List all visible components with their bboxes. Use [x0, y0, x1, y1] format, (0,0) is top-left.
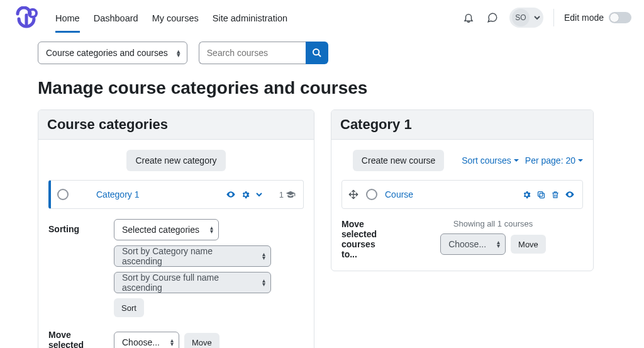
main-nav: Home Dashboard My courses Site administr… — [55, 2, 287, 33]
move-courses-select[interactable]: Choose... ▴▾ — [440, 233, 506, 255]
svg-point-1 — [313, 49, 319, 55]
category-name-link[interactable]: Category 1 — [96, 189, 139, 199]
view-mode-select[interactable]: Course categories and courses ▴▾ — [38, 42, 187, 64]
user-initials: SO — [512, 9, 530, 26]
courses-heading: Category 1 — [331, 110, 593, 140]
move-categories-label: Move selected categories to — [48, 325, 105, 348]
gear-icon[interactable] — [522, 190, 531, 199]
topbar-right: SO Edit mode — [462, 8, 631, 28]
site-logo[interactable] — [13, 6, 40, 29]
move-categories-button[interactable]: Move — [184, 333, 219, 348]
sort-category-select[interactable]: Sort by Category name ascending ▴▾ — [114, 245, 271, 267]
sort-scope-select[interactable]: Selected categories ▴▾ — [114, 219, 219, 240]
move-courses-label: Move selected courses to... — [341, 219, 392, 259]
sort-scope-value: Selected categories — [122, 225, 199, 235]
chevron-down-icon[interactable] — [255, 191, 263, 198]
category-select-radio[interactable] — [57, 189, 69, 200]
svg-point-0 — [29, 9, 36, 17]
categories-body: Create new category Category 1 1 — [38, 140, 314, 348]
categories-heading: Course categories — [38, 110, 314, 140]
search-icon — [312, 48, 322, 58]
nav-home[interactable]: Home — [55, 2, 80, 33]
course-select-radio[interactable] — [366, 189, 377, 200]
sort-course-select[interactable]: Sort by Course full name ascending ▴▾ — [114, 272, 271, 293]
trash-icon[interactable] — [551, 190, 560, 199]
topbar: Home Dashboard My courses Site administr… — [0, 0, 644, 35]
svg-rect-3 — [538, 191, 543, 196]
courses-meta-row: Move selected courses to... Showing all … — [341, 219, 583, 259]
sorting-row: Sorting Selected categories ▴▾ Sort by C… — [48, 219, 304, 317]
user-menu[interactable]: SO — [509, 8, 543, 28]
search-courses — [199, 42, 328, 64]
chevron-down-icon — [533, 14, 541, 21]
sort-arrows-icon: ▴▾ — [170, 339, 174, 346]
page-title: Manage course categories and courses — [38, 78, 606, 98]
sort-course-value: Sort by Course full name ascending — [122, 272, 252, 293]
courses-panel: Category 1 Create new course Sort course… — [331, 109, 594, 271]
showing-count: Showing all 1 courses — [453, 219, 533, 228]
course-name-link[interactable]: Course — [385, 189, 413, 199]
per-page-link[interactable]: Per page: 20 — [525, 155, 583, 166]
sort-category-value: Sort by Category name ascending — [122, 246, 252, 266]
move-categories-row: Move selected categories to Choose... ▴▾… — [48, 325, 304, 348]
edit-mode-toggle[interactable] — [609, 12, 631, 23]
move-courses-value: Choose... — [448, 239, 486, 249]
create-course-button[interactable]: Create new course — [353, 150, 445, 171]
bell-icon[interactable] — [462, 11, 475, 25]
sort-arrows-icon: ▴▾ — [262, 252, 265, 260]
courses-top-row: Create new course Sort courses Per page:… — [341, 150, 583, 171]
eye-icon[interactable] — [565, 189, 575, 199]
categories-panel: Course categories Create new category Ca… — [38, 109, 314, 348]
course-row[interactable]: Course — [341, 180, 583, 209]
sort-arrows-icon: ▴▾ — [177, 49, 180, 57]
nav-siteadmin[interactable]: Site administration — [213, 2, 287, 33]
search-button[interactable] — [306, 42, 328, 64]
eye-icon[interactable] — [226, 189, 236, 199]
edit-mode-label: Edit mode — [564, 13, 604, 23]
course-count: 1 — [279, 190, 296, 199]
sort-button[interactable]: Sort — [114, 298, 144, 317]
divider — [553, 9, 554, 26]
view-mode-label: Course categories and courses — [46, 48, 168, 58]
courses-body: Create new course Sort courses Per page:… — [331, 140, 593, 271]
sort-arrows-icon: ▴▾ — [497, 240, 500, 248]
search-input[interactable] — [199, 42, 306, 64]
panels: Course categories Create new category Ca… — [38, 109, 606, 348]
duplicate-icon[interactable] — [536, 190, 546, 199]
nav-dashboard[interactable]: Dashboard — [94, 2, 138, 33]
speech-icon[interactable] — [486, 11, 499, 25]
sort-arrows-icon: ▴▾ — [262, 279, 265, 286]
drag-handle-icon[interactable] — [348, 189, 358, 199]
category-row[interactable]: Category 1 1 — [48, 180, 304, 209]
sort-courses-link[interactable]: Sort courses — [462, 155, 519, 166]
gear-icon[interactable] — [241, 190, 250, 199]
graduation-cap-icon — [286, 190, 296, 199]
sort-arrows-icon: ▴▾ — [210, 226, 213, 233]
top-controls: Course categories and courses ▴▾ — [38, 42, 606, 64]
create-category-button[interactable]: Create new category — [126, 150, 225, 171]
svg-rect-2 — [540, 193, 545, 198]
course-count-number: 1 — [279, 190, 284, 199]
move-categories-select[interactable]: Choose... ▴▾ — [114, 332, 179, 348]
page-content: Course categories and courses ▴▾ Manage … — [0, 35, 644, 348]
move-categories-value: Choose... — [122, 337, 160, 347]
move-courses-button[interactable]: Move — [511, 235, 546, 254]
nav-mycourses[interactable]: My courses — [152, 2, 199, 33]
edit-mode: Edit mode — [564, 12, 631, 23]
sorting-label: Sorting — [48, 219, 105, 317]
